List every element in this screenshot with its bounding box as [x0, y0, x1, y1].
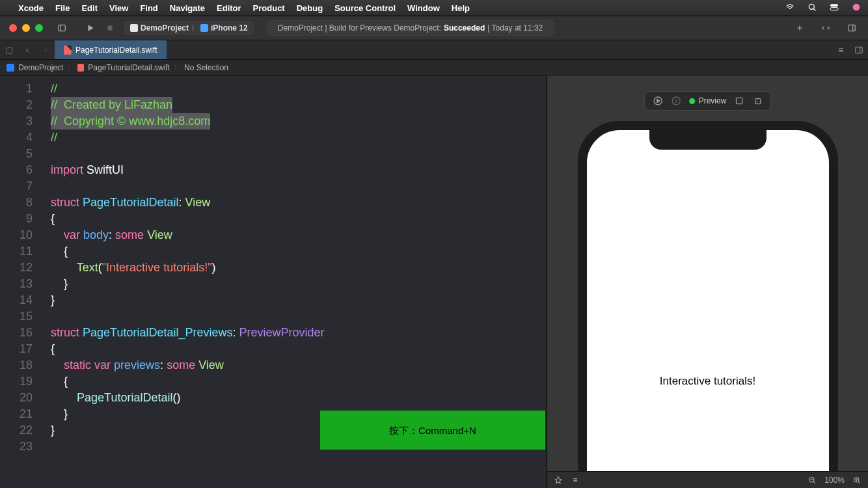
scheme-target-label: DemoProject: [141, 23, 189, 33]
chevron-right-icon: 〉: [67, 63, 74, 72]
menu-edit[interactable]: Edit: [81, 3, 98, 13]
svg-rect-6: [848, 25, 856, 31]
svg-rect-4: [59, 25, 66, 31]
menu-window[interactable]: Window: [407, 3, 440, 13]
preview-status[interactable]: Preview: [689, 96, 727, 105]
menu-product[interactable]: Product: [253, 3, 285, 13]
breadcrumb-file[interactable]: PageTutorialDetail.swift: [88, 63, 170, 72]
pin-preview-button[interactable]: [554, 476, 563, 485]
device-notch: [649, 130, 766, 150]
device-icon: [200, 24, 208, 32]
spotlight-icon[interactable]: [807, 2, 817, 14]
svg-rect-2: [830, 7, 838, 10]
minimap-button[interactable]: ≡: [832, 45, 850, 55]
preview-canvas[interactable]: Preview Interactive tutorials! ≡ 100%: [547, 75, 868, 488]
swift-file-icon: [77, 64, 84, 72]
status-time: | Today at 11:32: [487, 23, 543, 33]
run-button[interactable]: [82, 20, 99, 36]
zoom-level-label[interactable]: 100%: [824, 476, 845, 485]
jump-bar[interactable]: DemoProject 〉 PageTutorialDetail.swift 〉…: [0, 60, 868, 75]
nav-back-button[interactable]: ‹: [18, 46, 36, 55]
chevron-right-icon: 〉: [174, 63, 180, 72]
preview-text-label: Interactive tutorials!: [660, 375, 755, 388]
toggle-navigator-button[interactable]: [53, 20, 70, 36]
wifi-icon[interactable]: [785, 2, 795, 14]
close-window-button[interactable]: [9, 24, 17, 32]
breadcrumb-selection[interactable]: No Selection: [184, 63, 228, 72]
svg-point-0: [809, 4, 814, 9]
nav-forward-button[interactable]: ›: [36, 46, 55, 55]
device-frame: Interactive tutorials!: [578, 121, 838, 488]
svg-rect-10: [737, 98, 742, 103]
menu-navigate[interactable]: Navigate: [170, 3, 205, 13]
status-result: Succeeded: [444, 23, 485, 33]
menu-debug[interactable]: Debug: [297, 3, 323, 13]
status-dot-icon: [689, 98, 695, 104]
source-editor[interactable]: 1234567891011121314151617181920212223 //…: [0, 75, 547, 488]
device-settings-button[interactable]: [734, 96, 744, 106]
svg-rect-5: [108, 26, 113, 31]
editor-tabbar: ▢ ‹ › PageTutorialDetail.swift ≡: [0, 40, 868, 60]
menu-source-control[interactable]: Source Control: [334, 3, 396, 13]
duplicate-preview-button[interactable]: [752, 96, 763, 106]
breadcrumb-project[interactable]: DemoProject: [18, 63, 63, 72]
minimize-window-button[interactable]: [22, 24, 30, 32]
tab-filename: PageTutorialDetail.swift: [75, 46, 157, 55]
menu-file[interactable]: File: [55, 3, 70, 13]
live-preview-button[interactable]: [653, 96, 663, 106]
zoom-window-button[interactable]: [35, 24, 43, 32]
canvas-settings-button[interactable]: ≡: [571, 476, 580, 485]
stop-button[interactable]: [102, 20, 118, 36]
device-screen[interactable]: Interactive tutorials!: [587, 130, 829, 488]
status-text: DemoProject | Build for Previews DemoPro…: [278, 23, 441, 33]
siri-icon[interactable]: [851, 2, 861, 14]
svg-rect-1: [830, 4, 838, 7]
zoom-out-button[interactable]: [807, 476, 817, 485]
code-area[interactable]: //// Created by LiFazhan// Copyright © w…: [51, 81, 547, 455]
editor-tab[interactable]: PageTutorialDetail.swift: [55, 40, 167, 59]
zoom-in-button[interactable]: [852, 476, 861, 485]
macos-menubar: Xcode File Edit View Find Navigate Edito…: [0, 0, 868, 16]
chevron-right-icon: 〉: [191, 23, 198, 33]
library-add-button[interactable]: [791, 20, 808, 36]
preview-label: Preview: [699, 96, 727, 105]
app-menu[interactable]: Xcode: [18, 3, 44, 13]
menu-help[interactable]: Help: [452, 3, 470, 13]
code-review-button[interactable]: [817, 20, 834, 36]
window-controls: [0, 24, 52, 32]
scheme-device-label: iPhone 12: [211, 23, 248, 33]
adjust-editor-button[interactable]: [850, 46, 868, 55]
control-center-icon[interactable]: [829, 2, 839, 14]
menu-view[interactable]: View: [109, 3, 128, 13]
line-number-gutter[interactable]: 1234567891011121314151617181920212223: [0, 81, 40, 455]
inspect-preview-button[interactable]: [671, 96, 681, 106]
scheme-selector[interactable]: DemoProject 〉 iPhone 12: [124, 21, 254, 35]
canvas-footer: ≡ 100%: [547, 471, 868, 488]
svg-rect-7: [856, 47, 863, 53]
svg-rect-11: [755, 99, 761, 104]
preview-toolbar: Preview: [644, 91, 772, 111]
menu-find[interactable]: Find: [140, 3, 157, 13]
instruction-overlay: 按下：Command+N: [320, 411, 545, 450]
app-icon: [130, 24, 138, 32]
xcode-toolbar: DemoProject 〉 iPhone 12 DemoProject | Bu…: [0, 16, 868, 40]
toggle-inspectors-button[interactable]: [843, 20, 860, 36]
swift-file-icon: [64, 46, 72, 55]
svg-point-3: [853, 3, 860, 10]
project-icon: [7, 64, 14, 72]
related-items-button[interactable]: ▢: [0, 46, 18, 55]
menu-editor[interactable]: Editor: [217, 3, 241, 13]
activity-viewer[interactable]: DemoProject | Build for Previews DemoPro…: [266, 20, 555, 36]
